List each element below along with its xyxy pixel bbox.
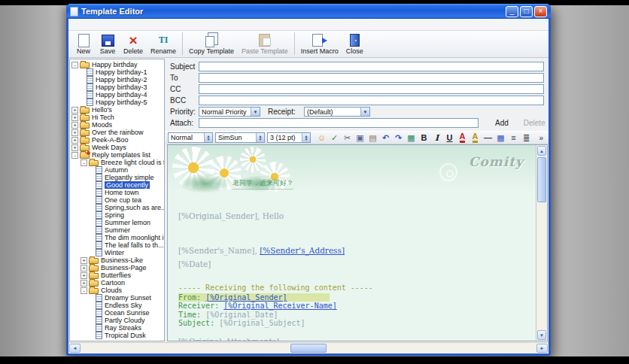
horizontal-scroll-track[interactable]: [81, 343, 536, 353]
bcc-input[interactable]: [199, 96, 544, 105]
tree-item[interactable]: Happy birthday-1: [70, 68, 164, 76]
expand-toggle-icon[interactable]: [71, 114, 78, 121]
tree-item[interactable]: Ray Streaks: [70, 324, 164, 332]
rename-button[interactable]: Rename: [147, 32, 180, 55]
maximize-button[interactable]: □: [520, 6, 533, 17]
tree-item[interactable]: Dreamy Sunset: [70, 294, 164, 302]
expand-toggle-icon[interactable]: [71, 144, 78, 151]
tree-item[interactable]: Ocean Sunrise: [70, 309, 164, 317]
font-color-icon[interactable]: A: [456, 132, 469, 144]
expand-toggle-icon[interactable]: [81, 159, 87, 166]
tree-item[interactable]: Business-Page: [70, 264, 164, 271]
tree-item[interactable]: Happy birthday-3: [70, 83, 164, 91]
minimize-button[interactable]: _: [506, 6, 518, 17]
delete-button[interactable]: Delete: [120, 32, 147, 55]
tree-item[interactable]: Moods: [70, 121, 164, 129]
font-size-select[interactable]: 3 (12 pt) ▲▼: [267, 132, 311, 143]
paragraph-style-select[interactable]: Normal ▲▼: [168, 132, 213, 143]
numbered-list-icon[interactable]: ≡: [507, 132, 520, 144]
image-icon[interactable]: ▦: [405, 132, 418, 144]
expand-toggle-icon[interactable]: [71, 122, 78, 129]
tree-item[interactable]: Breeze light cloud is thin: [70, 159, 164, 166]
bold-icon[interactable]: B: [418, 132, 430, 144]
tree-item[interactable]: Autumn: [70, 166, 164, 174]
receiver-macro[interactable]: [%Original_Receiver-Name]: [223, 302, 337, 310]
dropdown-arrow-icon[interactable]: ▼: [251, 108, 260, 116]
tree-item[interactable]: Summer: [70, 226, 164, 234]
copy-icon[interactable]: ▣: [354, 132, 366, 144]
expand-toggle-icon[interactable]: [81, 280, 87, 287]
save-button[interactable]: Save: [96, 32, 120, 55]
tree-item[interactable]: Spring: [70, 211, 164, 219]
expand-toggle-icon[interactable]: [81, 272, 87, 279]
scroll-down-icon[interactable]: ▼: [537, 330, 546, 340]
close-button[interactable]: Close: [342, 32, 367, 55]
tree-item[interactable]: Week Days: [70, 144, 164, 151]
tree-item[interactable]: Cartoon: [70, 279, 164, 287]
tree-item[interactable]: Tropical Dusk: [70, 332, 164, 339]
receipt-select[interactable]: (Default) ▼: [304, 107, 370, 117]
tree-item[interactable]: Happy birthday-2: [70, 76, 164, 83]
expand-toggle-icon[interactable]: [71, 152, 78, 159]
tree-item[interactable]: The dim moonlight i...: [70, 234, 164, 241]
subject-input[interactable]: [199, 62, 544, 71]
italic-icon[interactable]: I: [430, 132, 443, 144]
add-attachment-button[interactable]: Add: [495, 119, 509, 127]
cut-icon[interactable]: ✂: [341, 132, 354, 144]
dropdown-arrow-icon[interactable]: ▼: [360, 108, 369, 116]
expand-toggle-icon[interactable]: [71, 62, 78, 68]
tree-item[interactable]: Elegantly simple: [70, 174, 164, 181]
font-family-select[interactable]: SimSun ▲▼: [215, 132, 265, 143]
tree-item[interactable]: Spring,such as are...: [70, 204, 164, 211]
bullet-list-icon[interactable]: ≣: [520, 132, 533, 144]
expand-toggle-icon[interactable]: [71, 129, 78, 136]
tree-item[interactable]: Reply templates list: [70, 151, 164, 159]
template-body-editor[interactable]: Comity 老同学，近来可好？ [%Original_Sender], Hel…: [168, 145, 536, 341]
underline-icon[interactable]: U: [443, 132, 456, 144]
tree-item[interactable]: Happy birthday: [70, 61, 164, 68]
attach-input[interactable]: [199, 118, 479, 128]
to-input[interactable]: [199, 73, 544, 83]
spinner-icon[interactable]: ▲▼: [256, 133, 264, 142]
scroll-right-icon[interactable]: ►: [536, 344, 548, 353]
highlight-icon[interactable]: A: [469, 132, 482, 144]
toolbar-overflow-chevron[interactable]: »: [536, 134, 546, 142]
spinner-icon[interactable]: ▲▼: [302, 133, 310, 142]
vertical-scroll-thumb[interactable]: [537, 157, 546, 202]
redo-icon[interactable]: ↷: [392, 132, 405, 144]
tree-item[interactable]: Winter: [70, 249, 164, 256]
expand-toggle-icon[interactable]: [81, 257, 87, 264]
tree-item[interactable]: Hello's: [70, 106, 164, 114]
undo-icon[interactable]: ↶: [379, 132, 392, 144]
copy-template-button[interactable]: Copy Template: [182, 32, 238, 55]
paste-template-button[interactable]: Paste Template: [238, 32, 292, 55]
spinner-icon[interactable]: ▲▼: [204, 133, 212, 142]
expand-toggle-icon[interactable]: [81, 287, 87, 294]
tree-item[interactable]: Over the rainbow: [70, 129, 164, 136]
tree-item[interactable]: Butterflies: [70, 271, 164, 279]
tree-item[interactable]: The leaf falls to th...: [70, 241, 164, 249]
new-button[interactable]: New: [71, 32, 96, 55]
cc-input[interactable]: [199, 84, 544, 94]
close-window-button[interactable]: ×: [534, 6, 547, 17]
spellcheck-icon[interactable]: ✓: [328, 132, 341, 144]
vertical-scrollbar[interactable]: ▲ ▼: [536, 145, 547, 341]
horizontal-rule-icon[interactable]: —: [482, 132, 494, 144]
tree-item[interactable]: Happy birthday-4: [70, 91, 164, 99]
horizontal-scrollbar[interactable]: ◄ ►: [68, 342, 548, 353]
tree-item[interactable]: Summer lemon: [70, 219, 164, 226]
scroll-left-icon[interactable]: ◄: [69, 344, 81, 353]
from-macro[interactable]: [%Original_Sender]: [205, 293, 287, 302]
tree-item[interactable]: Business-Like: [70, 256, 164, 264]
expand-toggle-icon[interactable]: [71, 137, 78, 144]
tree-item[interactable]: Home town: [70, 189, 164, 196]
sender-address-macro[interactable]: [%Sender's_Address]: [260, 246, 345, 255]
paste-icon[interactable]: ▤: [366, 132, 379, 144]
smiley-icon[interactable]: ☺: [315, 132, 328, 144]
horizontal-scroll-thumb[interactable]: [290, 344, 327, 353]
expand-toggle-icon[interactable]: [81, 265, 87, 271]
table-icon[interactable]: ▦: [494, 132, 507, 144]
tree-item[interactable]: One cup tea: [70, 196, 164, 204]
tree-item[interactable]: Endless Sky: [70, 302, 164, 309]
tree-item[interactable]: Clouds: [70, 287, 164, 294]
